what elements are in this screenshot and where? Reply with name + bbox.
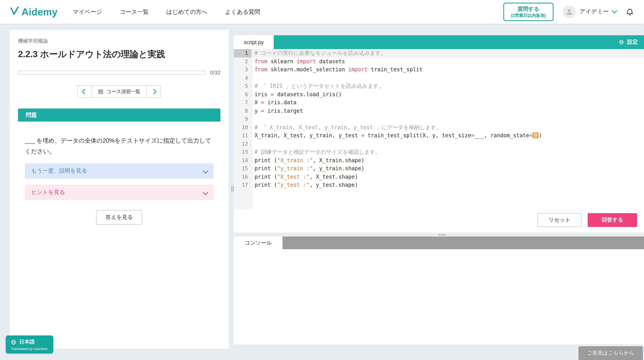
console-splitter-handle[interactable] [234,233,644,236]
submit-answer-button[interactable]: 回答する [588,213,637,227]
settings-label: 設定 [627,39,638,46]
line-number: 5 [234,82,252,90]
explanation-toggle[interactable]: もう一度、説明を見る [25,163,214,179]
code-line[interactable]: 9 [234,115,644,123]
drag-dots-icon [231,186,232,188]
notification-bell-icon[interactable] [626,8,634,16]
console-tab-bar-filler [283,236,644,249]
problem-header: 問題 [18,108,220,122]
code-line[interactable]: 2from sklearn import datasets [234,57,644,66]
ask-question-button[interactable]: 質問する (2営業日以内返信) [503,3,553,21]
problem-body: ___ を埋め、データの全体の20%をテストサイズに指定して出力してください。 … [18,122,220,225]
list-icon [98,91,103,92]
line-number: 8 [234,107,252,115]
exercise-nav-group: コース演習一覧 [18,86,220,98]
code-line[interactable]: 12 [234,140,644,148]
code-line[interactable]: 16print ("X_test :", X_test.shape) [234,173,644,181]
code-line[interactable]: 6iris = datasets.load_iris() [234,90,644,98]
line-number: 15 [234,164,252,173]
aidemy-logo[interactable]: Aidemy [10,6,58,18]
question-text: ___ を埋め、データの全体の20%をテストサイズに指定して出力してください。 [25,135,214,157]
settings-button[interactable]: 設定 [618,39,644,46]
nav-item-faq[interactable]: よくある質問 [225,8,260,16]
code-line[interactable]: 3from sklearn.model_selection import tra… [234,66,644,74]
tab-console[interactable]: コンソール [234,236,283,249]
nav-item-mypage[interactable]: マイページ [73,8,102,16]
ask-question-label: 質問する [518,5,539,13]
explanation-toggle-label: もう一度、説明を見る [31,167,87,175]
chevron-down-icon [203,168,208,174]
line-number: 2 [234,57,252,66]
line-number: 14 [234,156,252,164]
show-answer-button[interactable]: 答えを見る [96,210,142,225]
chevron-left-icon [82,89,88,94]
course-exercise-list-label: コース演習一覧 [106,88,140,95]
next-exercise-button[interactable] [146,86,161,98]
code-line[interactable]: 8y = iris.target [234,107,644,115]
user-menu[interactable]: アイデミー [562,5,616,18]
main-nav: マイページ コース一覧 はじめての方へ よくある質問 [73,8,260,16]
line-number: 3 [234,66,252,74]
reset-button[interactable]: リセット [538,213,582,227]
feedback-button[interactable]: ご意見はこちらから [579,346,643,360]
brand-name: Aidemy [22,6,58,18]
ask-question-sublabel: (2営業日以内返信) [511,13,546,18]
line-number: 9 [234,115,252,123]
page: Aidemy マイページ コース一覧 はじめての方へ よくある質問 質問する (… [0,0,644,360]
language-label: 日本語 [19,338,35,346]
tab-script-py[interactable]: script.py [234,35,274,49]
nav-item-course-list[interactable]: コース一覧 [120,8,149,16]
aidemy-logo-mark-icon [10,6,19,18]
avatar [562,5,576,18]
line-number: 6 [234,90,252,98]
line-number: 12 [234,140,252,148]
line-number: 10 [234,123,252,132]
main-content: 機械学習概論 2.2.3 ホールドアウト法の理論と実践 0/32 コース演習一覧… [0,24,644,349]
line-number: 11 [234,132,252,140]
code-line[interactable]: 7X = iris.data [234,98,644,107]
line-number: 1 [234,49,252,57]
prev-exercise-button[interactable] [78,86,92,98]
line-number: 17 [234,181,252,189]
person-icon [565,8,573,16]
line-number: 7 [234,98,252,107]
code-line[interactable]: 11X_train, X_test, y_train, y_test = tra… [234,132,644,140]
breadcrumb: 機械学習概論 [18,38,220,44]
progress-label: 0/32 [210,70,220,76]
code-line[interactable]: 14print ("X_train :", X_train.shape) [234,156,644,164]
page-title: 2.2.3 ホールドアウト法の理論と実践 [18,48,220,60]
code-panel: script.py 設定 1# コードの実行に必要なモジュールを読み込みます。2… [234,35,644,344]
globe-icon [11,339,16,345]
hint-toggle-label: ヒントを見る [31,189,65,196]
code-line[interactable]: 10# 「 X_train, X_test, y_train, y_test 」… [234,123,644,132]
top-right-controls: 質問する (2営業日以内返信) アイデミー [503,3,634,21]
gear-icon [618,39,624,45]
nav-item-beginners[interactable]: はじめての方へ [166,8,208,16]
code-lines: 1# コードの実行に必要なモジュールを読み込みます。2from sklearn … [234,49,644,189]
code-line[interactable]: 5# 「 IRIS 」というデータセットを読み込みます。 [234,82,644,90]
progress-row: 0/32 [18,70,220,76]
line-number: 4 [234,74,252,82]
translated-note: Translated by machine [11,346,48,351]
chevron-down-icon [203,190,208,195]
code-line[interactable]: 15print ("y_train :", y_train.shape) [234,164,644,173]
code-line[interactable]: 1# コードの実行に必要なモジュールを読み込みます。 [234,49,644,57]
editor-tab-bar: script.py 設定 [234,35,644,49]
line-number: 13 [234,148,252,156]
code-editor[interactable]: 1# コードの実行に必要なモジュールを読み込みます。2from sklearn … [234,49,644,209]
user-name: アイデミー [580,8,609,16]
chevron-right-icon [151,89,156,94]
course-exercise-list-button[interactable]: コース演習一覧 [92,86,147,98]
hint-toggle[interactable]: ヒントを見る [25,185,214,200]
editor-actions: リセット 回答する [234,209,644,233]
code-line[interactable]: 17print ("y_test :", y_test.shape) [234,181,644,189]
console-output [234,249,644,344]
language-badge[interactable]: 日本語 Translated by machine [6,336,53,354]
top-nav: Aidemy マイページ コース一覧 はじめての方へ よくある質問 質問する (… [0,0,644,24]
line-number: 16 [234,173,252,181]
panel-splitter-handle[interactable] [230,185,234,189]
drag-dots-icon [438,234,440,235]
code-line[interactable]: 4 [234,74,644,82]
lesson-panel: 機械学習概論 2.2.3 ホールドアウト法の理論と実践 0/32 コース演習一覧… [10,30,229,349]
code-line[interactable]: 13# 訓練データと検証データのサイズを確認します。 [234,148,644,156]
